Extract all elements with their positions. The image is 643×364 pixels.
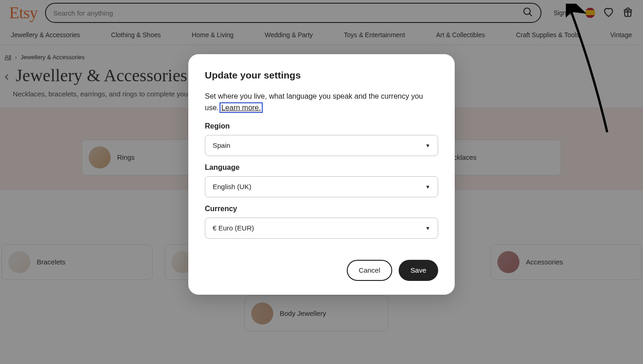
cancel-button[interactable]: Cancel xyxy=(347,260,392,281)
region-label: Region xyxy=(205,122,438,130)
language-select[interactable]: English (UK) ▼ xyxy=(205,176,438,197)
currency-label: Currency xyxy=(205,205,438,213)
modal-actions: Cancel Save xyxy=(205,260,438,281)
learn-more-link[interactable]: Learn more. xyxy=(221,104,261,112)
save-button[interactable]: Save xyxy=(399,260,438,281)
region-value: Spain xyxy=(213,141,230,149)
chevron-down-icon: ▼ xyxy=(425,184,430,190)
modal-title: Update your settings xyxy=(205,70,438,81)
chevron-down-icon: ▼ xyxy=(425,225,430,231)
language-value: English (UK) xyxy=(213,183,251,190)
currency-select[interactable]: € Euro (EUR) ▼ xyxy=(205,218,438,239)
chevron-down-icon: ▼ xyxy=(425,143,430,148)
settings-modal: Update your settings Set where you live,… xyxy=(188,54,455,295)
currency-value: € Euro (EUR) xyxy=(213,224,254,232)
language-label: Language xyxy=(205,163,438,172)
modal-description: Set where you live, what language you sp… xyxy=(205,91,438,114)
modal-overlay[interactable]: Update your settings Set where you live,… xyxy=(0,0,643,364)
region-select[interactable]: Spain ▼ xyxy=(205,135,438,156)
